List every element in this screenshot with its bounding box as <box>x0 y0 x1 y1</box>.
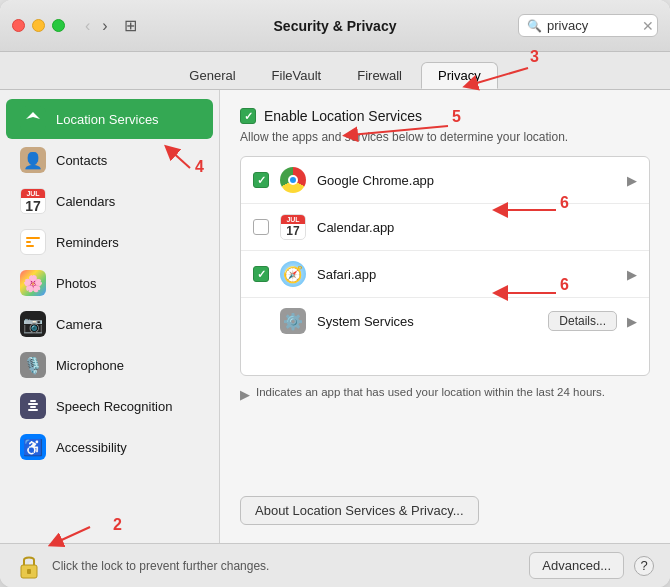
sidebar-item-contacts[interactable]: 👤 Contacts <box>6 140 213 180</box>
sidebar-label-reminders: Reminders <box>56 235 119 250</box>
sidebar-item-photos[interactable]: 🌸 Photos <box>6 263 213 303</box>
sidebar: Location Services 👤 Contacts JUL 17 Cale… <box>0 90 220 543</box>
svg-rect-8 <box>27 569 31 574</box>
search-bar: 🔍 ✕ <box>518 14 658 37</box>
calendar-app-name: Calendar.app <box>317 220 637 235</box>
enable-location-checkbox[interactable]: ✓ <box>240 108 256 124</box>
help-button[interactable]: ? <box>634 556 654 576</box>
tabs-bar: General FileVault Firewall Privacy <box>0 52 670 90</box>
calendars-icon: JUL 17 <box>20 188 46 214</box>
calendar-icon: JUL 17 <box>280 214 306 240</box>
app-row-system-services[interactable]: ⚙️ System Services Details... ▶ <box>241 298 649 344</box>
location-arrow-icon: ▶ <box>240 387 250 402</box>
bottom-bar: Click the lock to prevent further change… <box>0 543 670 587</box>
chrome-checkbox[interactable]: ✓ <box>253 172 269 188</box>
chrome-used-indicator: ▶ <box>627 173 637 188</box>
enable-location-desc: Allow the apps and services below to det… <box>240 130 650 144</box>
about-location-services-button[interactable]: About Location Services & Privacy... <box>240 496 479 525</box>
nav-arrows: ‹ › <box>81 15 112 37</box>
window-title: Security & Privacy <box>274 18 397 34</box>
sidebar-item-speech-recognition[interactable]: Speech Recognition <box>6 386 213 426</box>
sidebar-label-photos: Photos <box>56 276 96 291</box>
sidebar-item-camera[interactable]: 📷 Camera <box>6 304 213 344</box>
speech-recognition-icon <box>20 393 46 419</box>
reminders-icon <box>20 229 46 255</box>
contacts-icon: 👤 <box>20 147 46 173</box>
sidebar-label-speech-recognition: Speech Recognition <box>56 399 172 414</box>
location-services-icon <box>20 106 46 132</box>
system-services-indicator: ▶ <box>627 314 637 329</box>
fullscreen-button[interactable] <box>52 19 65 32</box>
lock-icon-wrap[interactable] <box>16 551 42 581</box>
svg-rect-6 <box>28 409 38 411</box>
search-input[interactable] <box>547 18 637 33</box>
microphone-icon: 🎙️ <box>20 352 46 378</box>
sidebar-label-accessibility: Accessibility <box>56 440 127 455</box>
tab-filevault[interactable]: FileVault <box>255 62 339 89</box>
details-button[interactable]: Details... <box>548 311 617 331</box>
svg-rect-2 <box>26 237 40 239</box>
system-services-icon: ⚙️ <box>280 308 306 334</box>
sidebar-label-camera: Camera <box>56 317 102 332</box>
lock-icon <box>16 551 42 581</box>
chrome-inner-circle <box>288 175 298 185</box>
system-services-app-icon: ⚙️ <box>279 307 307 335</box>
chrome-app-icon <box>279 166 307 194</box>
calendar-app-icon: JUL 17 <box>279 213 307 241</box>
safari-app-icon: 🧭 <box>279 260 307 288</box>
search-clear-icon[interactable]: ✕ <box>642 19 654 33</box>
tab-privacy[interactable]: Privacy <box>421 62 498 89</box>
sidebar-item-location-services[interactable]: Location Services <box>6 99 213 139</box>
sidebar-item-accessibility[interactable]: ♿ Accessibility <box>6 427 213 467</box>
sidebar-label-location-services: Location Services <box>56 112 159 127</box>
svg-rect-5 <box>30 406 36 408</box>
search-icon: 🔍 <box>527 19 542 33</box>
location-hint-text: Indicates an app that has used your loca… <box>256 386 605 398</box>
app-row-safari[interactable]: ✓ 🧭 Safari.app ▶ <box>241 251 649 298</box>
calendar-checkbox[interactable] <box>253 219 269 235</box>
chrome-icon <box>280 167 306 193</box>
app-row-chrome[interactable]: ✓ Google Chrome.app ▶ <box>241 157 649 204</box>
enable-location-label: Enable Location Services <box>264 108 422 124</box>
sidebar-item-microphone[interactable]: 🎙️ Microphone <box>6 345 213 385</box>
app-list: ✓ Google Chrome.app ▶ JUL <box>240 156 650 376</box>
minimize-button[interactable] <box>32 19 45 32</box>
accessibility-icon: ♿ <box>20 434 46 460</box>
system-services-app-name: System Services <box>317 314 538 329</box>
close-button[interactable] <box>12 19 25 32</box>
forward-button[interactable]: › <box>98 15 111 37</box>
main-content: Location Services 👤 Contacts JUL 17 Cale… <box>0 90 670 543</box>
svg-rect-4 <box>28 403 38 405</box>
right-panel: ✓ Enable Location Services Allow the app… <box>220 90 670 543</box>
safari-app-name: Safari.app <box>317 267 617 282</box>
safari-checkbox[interactable]: ✓ <box>253 266 269 282</box>
titlebar: ‹ › ⊞ Security & Privacy 🔍 ✕ <box>0 0 670 52</box>
photos-icon: 🌸 <box>20 270 46 296</box>
app-row-calendar[interactable]: JUL 17 Calendar.app <box>241 204 649 251</box>
safari-icon: 🧭 <box>280 261 306 287</box>
sidebar-item-reminders[interactable]: Reminders <box>6 222 213 262</box>
safari-check-icon: ✓ <box>257 268 266 281</box>
back-button[interactable]: ‹ <box>81 15 94 37</box>
sidebar-label-calendars: Calendars <box>56 194 115 209</box>
sidebar-item-calendars[interactable]: JUL 17 Calendars <box>6 181 213 221</box>
chrome-app-name: Google Chrome.app <box>317 173 617 188</box>
safari-used-indicator: ▶ <box>627 267 637 282</box>
location-hint: ▶ Indicates an app that has used your lo… <box>240 386 650 402</box>
enable-row: ✓ Enable Location Services <box>240 108 650 124</box>
check-icon: ✓ <box>244 110 253 123</box>
app-grid-icon[interactable]: ⊞ <box>124 16 137 35</box>
svg-rect-1 <box>26 245 34 247</box>
chrome-check-icon: ✓ <box>257 174 266 187</box>
advanced-button[interactable]: Advanced... <box>529 552 624 579</box>
tab-general[interactable]: General <box>172 62 252 89</box>
window: ‹ › ⊞ Security & Privacy 🔍 ✕ General Fil… <box>0 0 670 587</box>
camera-icon: 📷 <box>20 311 46 337</box>
svg-rect-3 <box>30 400 36 402</box>
traffic-lights <box>12 19 65 32</box>
lock-label: Click the lock to prevent further change… <box>52 559 519 573</box>
sidebar-label-contacts: Contacts <box>56 153 107 168</box>
tab-firewall[interactable]: Firewall <box>340 62 419 89</box>
sidebar-label-microphone: Microphone <box>56 358 124 373</box>
svg-rect-0 <box>26 241 31 243</box>
